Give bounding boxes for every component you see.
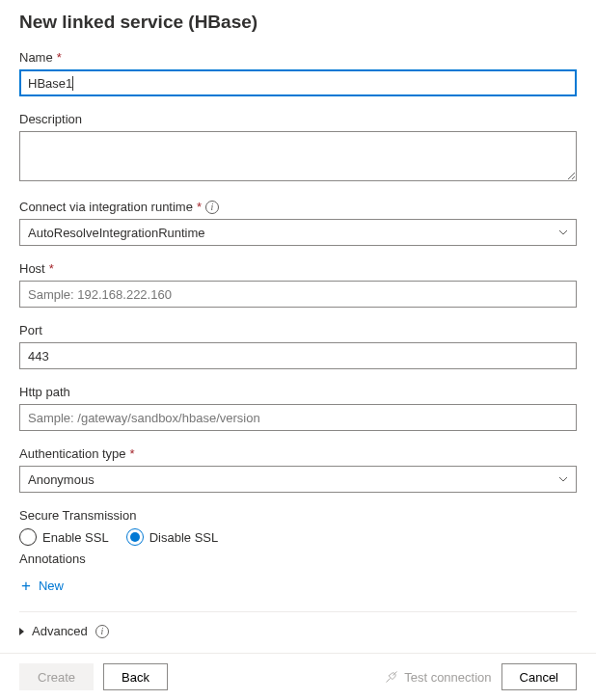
port-input[interactable]	[19, 342, 577, 369]
secure-transmission-label: Secure Transmission	[19, 508, 577, 523]
advanced-toggle[interactable]: Advanced i	[19, 624, 577, 638]
info-icon[interactable]: i	[205, 201, 219, 214]
chevron-down-icon	[558, 474, 568, 484]
httppath-input[interactable]	[19, 404, 577, 431]
runtime-select[interactable]: AutoResolveIntegrationRuntime	[19, 219, 577, 246]
footer: Create Back Test connection Cancel	[0, 653, 596, 700]
cancel-button[interactable]: Cancel	[501, 663, 577, 690]
plus-icon: +	[21, 578, 31, 594]
host-input[interactable]	[19, 281, 577, 308]
chevron-down-icon	[558, 228, 568, 237]
name-input[interactable]: HBase1	[19, 69, 577, 96]
add-annotation-button[interactable]: + New	[19, 572, 66, 600]
page-title: New linked service (HBase)	[19, 12, 577, 33]
description-input[interactable]	[19, 131, 577, 181]
triangle-right-icon	[19, 628, 24, 635]
radio-enable-ssl-label: Enable SSL	[42, 530, 109, 545]
authtype-label: Authentication type*	[19, 446, 577, 461]
radio-disable-ssl-label: Disable SSL	[149, 530, 219, 545]
port-label: Port	[19, 323, 577, 337]
authtype-select[interactable]: Anonymous	[19, 466, 577, 493]
test-connection-button: Test connection	[385, 670, 491, 685]
plug-icon	[385, 670, 398, 684]
httppath-label: Http path	[19, 385, 577, 399]
divider	[19, 611, 577, 612]
back-button[interactable]: Back	[103, 663, 168, 690]
radio-enable-ssl[interactable]: Enable SSL	[19, 528, 109, 546]
annotations-label: Annotations	[19, 552, 577, 566]
name-label: Name*	[19, 50, 577, 65]
description-label: Description	[19, 112, 577, 126]
radio-disable-ssl[interactable]: Disable SSL	[126, 528, 219, 546]
host-label: Host*	[19, 261, 577, 276]
create-button: Create	[19, 663, 94, 690]
runtime-label: Connect via integration runtime* i	[19, 200, 577, 214]
info-icon[interactable]: i	[95, 625, 109, 638]
